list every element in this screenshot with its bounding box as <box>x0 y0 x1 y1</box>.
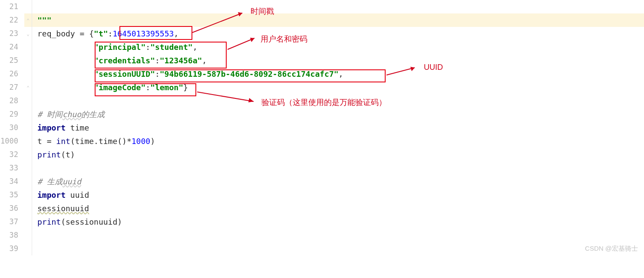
fold-column <box>24 0 32 13</box>
code-content[interactable]: req_body = {"t":1645013395553, <box>32 27 178 40</box>
code-line: 28 <box>0 94 644 108</box>
code-editor[interactable]: 21 22 ⌃ """ 23 ⌄ req_body = {"t":1645013… <box>0 0 644 255</box>
line-number: 1000 <box>0 134 24 148</box>
line-number: 37 <box>0 215 24 229</box>
line-number: 25 <box>0 54 24 67</box>
fold-column[interactable]: ⌃ <box>24 81 32 94</box>
line-number: 26 <box>0 67 24 81</box>
code-line: 33 <box>0 161 644 175</box>
fold-column <box>24 188 32 202</box>
code-line: 35 import uuid <box>0 188 644 202</box>
code-content[interactable]: print(sessionuuid) <box>32 215 122 229</box>
code-content[interactable]: # 时间chuo的生成 <box>32 108 105 121</box>
line-number: 27 <box>0 81 24 94</box>
code-line: 37 print(sessionuuid) <box>0 215 644 229</box>
fold-column <box>24 54 32 67</box>
code-line: 30 import time <box>0 121 644 134</box>
line-number: 35 <box>0 188 24 202</box>
line-number: 38 <box>0 229 24 242</box>
code-content[interactable]: import time <box>32 121 89 134</box>
fold-column <box>24 121 32 134</box>
code-content[interactable]: "sessionUUID":"94b66119-587b-46d6-8092-8… <box>32 67 343 81</box>
code-content[interactable]: "imageCode":"lemon"} <box>32 81 188 94</box>
code-line: 34 # 生成uuid <box>0 175 644 188</box>
fold-column <box>24 40 32 54</box>
fold-column <box>24 108 32 121</box>
fold-start-icon: ⌄ <box>26 27 30 40</box>
fold-end-icon: ⌃ <box>26 13 30 27</box>
fold-column[interactable]: ⌃ <box>24 13 32 27</box>
code-line: 38 <box>0 229 644 242</box>
line-number: 30 <box>0 121 24 134</box>
code-line: 32 print(t) <box>0 148 644 161</box>
watermark: CSDN @宏基骑士 <box>585 245 638 253</box>
fold-end-icon: ⌃ <box>26 81 30 94</box>
code-line: 24 "principal":"student", <box>0 40 644 54</box>
line-number: 32 <box>0 148 24 161</box>
line-number: 34 <box>0 175 24 188</box>
code-line: 23 ⌄ req_body = {"t":1645013395553, <box>0 27 644 40</box>
code-line: 25 "credentials":"123456a", <box>0 54 644 67</box>
fold-column <box>24 148 32 161</box>
line-number: 23 <box>0 27 24 40</box>
code-line: 26 "sessionUUID":"94b66119-587b-46d6-809… <box>0 67 644 81</box>
line-number: 24 <box>0 40 24 54</box>
code-line: 1000 t = int(time.time()*1000) <box>0 134 644 148</box>
fold-column <box>24 202 32 215</box>
code-content[interactable]: "credentials":"123456a", <box>32 54 207 67</box>
code-content[interactable]: import uuid <box>32 188 89 202</box>
line-number: 36 <box>0 202 24 215</box>
fold-column <box>24 215 32 229</box>
line-number: 21 <box>0 0 24 13</box>
code-line: 36 sessionuuid <box>0 202 644 215</box>
code-content[interactable]: # 生成uuid <box>32 175 81 188</box>
fold-column[interactable]: ⌄ <box>24 27 32 40</box>
code-content[interactable]: """ <box>32 13 52 27</box>
line-number: 22 <box>0 13 24 27</box>
fold-column <box>24 67 32 81</box>
code-line: 29 # 时间chuo的生成 <box>0 108 644 121</box>
fold-column <box>24 161 32 175</box>
line-number: 39 <box>0 242 24 255</box>
code-line: 39 <box>0 242 644 255</box>
code-content[interactable]: print(t) <box>32 148 75 161</box>
code-content[interactable]: sessionuuid <box>32 202 89 215</box>
code-line: 22 ⌃ """ <box>0 13 644 27</box>
line-number: 33 <box>0 161 24 175</box>
code-content[interactable]: t = int(time.time()*1000) <box>32 134 155 148</box>
fold-column <box>24 229 32 242</box>
line-number: 29 <box>0 108 24 121</box>
fold-column <box>24 134 32 148</box>
fold-column <box>24 242 32 255</box>
code-line: 27 ⌃ "imageCode":"lemon"} <box>0 81 644 94</box>
code-line: 21 <box>0 0 644 13</box>
line-number: 28 <box>0 94 24 108</box>
code-content[interactable]: "principal":"student", <box>32 40 198 54</box>
fold-column <box>24 175 32 188</box>
fold-column <box>24 94 32 108</box>
